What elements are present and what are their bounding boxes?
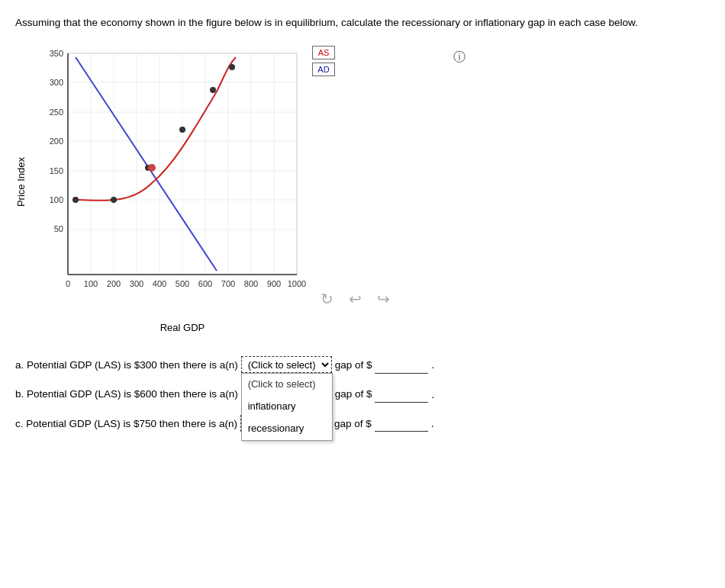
chart-svg: 350 300 250 200 150 100 50 0 100 200 300… (30, 46, 320, 320)
svg-text:200: 200 (50, 137, 63, 146)
svg-text:800: 800 (244, 279, 258, 288)
x-axis-label: Real GDP (68, 322, 297, 333)
question-a-period: . (431, 356, 434, 373)
dropdown-open-menu-a: (Click to select) inflationary recession… (241, 373, 333, 440)
question-c-gap-label: gap of $ (334, 416, 372, 432)
svg-text:0: 0 (66, 279, 70, 288)
question-a-text: a. Potential GDP (LAS) is $300 then ther… (15, 357, 238, 374)
svg-text:200: 200 (107, 279, 121, 288)
question-b-input[interactable] (375, 386, 428, 403)
question-b-gap-label: gap of $ (335, 386, 372, 403)
question-a-gap-label: gap of $ (335, 357, 372, 374)
svg-point-41 (72, 197, 79, 203)
dropdown-item-recessionary-a[interactable]: recessionary (242, 418, 332, 440)
svg-text:700: 700 (221, 279, 235, 288)
svg-text:150: 150 (50, 166, 63, 175)
intro-text: Assuming that the economy shown in the f… (15, 15, 702, 31)
redo-icon[interactable]: ↪ (377, 290, 390, 308)
legend-as: AS (312, 46, 335, 59)
svg-point-46 (229, 64, 235, 70)
legend-ad: AD (312, 63, 335, 76)
svg-point-45 (210, 87, 216, 93)
chart-area: Price Index (15, 46, 710, 333)
question-c-period: . (431, 415, 434, 432)
svg-text:100: 100 (50, 195, 63, 204)
svg-text:400: 400 (153, 279, 166, 288)
svg-text:900: 900 (267, 279, 281, 288)
svg-text:300: 300 (50, 78, 63, 87)
undo-icon[interactable]: ↩ (349, 290, 362, 308)
svg-text:500: 500 (176, 279, 189, 288)
question-row-a: a. Potential GDP (LAS) is $300 then ther… (15, 356, 710, 374)
svg-text:300: 300 (130, 279, 143, 288)
legend-area: AS AD (312, 46, 335, 76)
refresh-icon[interactable]: ↻ (321, 290, 334, 308)
question-b-period: . (431, 386, 434, 403)
dropdown-item-select-a[interactable]: (Click to select) (242, 374, 332, 396)
toolbar-icons: ↻ ↩ ↪ (321, 290, 390, 308)
graph-wrapper: 350 300 250 200 150 100 50 0 100 200 300… (30, 46, 320, 333)
svg-point-47 (148, 164, 156, 172)
svg-text:50: 50 (54, 224, 63, 233)
svg-point-42 (111, 197, 117, 203)
svg-text:350: 350 (50, 49, 63, 58)
svg-text:1000: 1000 (288, 279, 306, 288)
question-row-c: c. Potential GDP (LAS) is $750 then ther… (15, 415, 710, 432)
svg-point-44 (179, 127, 185, 133)
dropdown-item-inflationary-a[interactable]: inflationary (242, 396, 332, 418)
questions-section: a. Potential GDP (LAS) is $300 then ther… (15, 356, 710, 432)
svg-text:600: 600 (198, 279, 212, 288)
question-a-dropdown[interactable]: (Click to select) inflationary recession… (241, 356, 332, 373)
svg-text:100: 100 (84, 279, 98, 288)
question-a-input[interactable] (375, 357, 428, 374)
question-row-b: b. Potential GDP (LAS) is $600 then ther… (15, 386, 710, 403)
question-c-input[interactable] (375, 415, 428, 432)
chart-container: Price Index (15, 46, 320, 333)
y-axis-label: Price Index (15, 157, 27, 207)
svg-text:250: 250 (50, 108, 63, 117)
question-b-text: b. Potential GDP (LAS) is $600 then ther… (15, 386, 238, 403)
question-a-dropdown-container: (Click to select) inflationary recession… (241, 356, 332, 374)
question-c-text: c. Potential GDP (LAS) is $750 then ther… (15, 416, 237, 432)
